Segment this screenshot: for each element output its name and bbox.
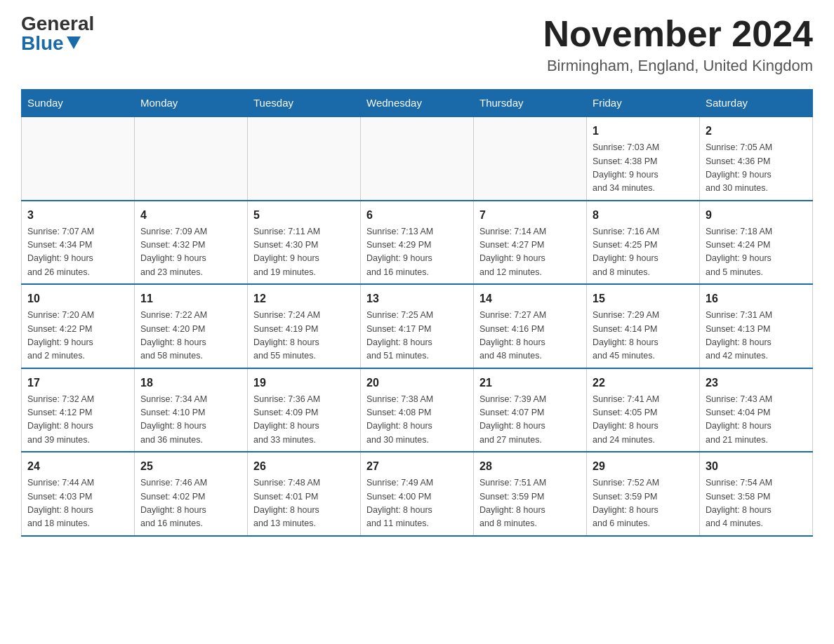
day-number: 1 [593,123,694,140]
day-number: 19 [253,375,355,391]
day-info: Sunrise: 7:31 AMSunset: 4:13 PMDaylight:… [706,309,807,363]
day-cell [135,116,248,201]
day-cell: 6Sunrise: 7:13 AMSunset: 4:29 PMDaylight… [361,201,474,285]
day-cell: 7Sunrise: 7:14 AMSunset: 4:27 PMDaylight… [474,201,587,285]
day-info: Sunrise: 7:18 AMSunset: 4:24 PMDaylight:… [706,225,807,280]
day-number: 9 [706,207,807,224]
day-number: 10 [27,290,128,307]
week-row-3: 10Sunrise: 7:20 AMSunset: 4:22 PMDayligh… [22,284,813,368]
day-info: Sunrise: 7:43 AMSunset: 4:04 PMDaylight:… [706,393,807,448]
day-cell: 30Sunrise: 7:54 AMSunset: 3:58 PMDayligh… [700,452,813,536]
weekday-header-sunday: Sunday [22,90,135,117]
day-number: 27 [366,458,468,475]
logo-blue-text: Blue [21,34,81,53]
day-cell: 16Sunrise: 7:31 AMSunset: 4:13 PMDayligh… [700,284,813,368]
day-cell: 29Sunrise: 7:52 AMSunset: 3:59 PMDayligh… [587,452,700,536]
day-cell: 17Sunrise: 7:32 AMSunset: 4:12 PMDayligh… [22,368,135,452]
day-cell: 5Sunrise: 7:11 AMSunset: 4:30 PMDaylight… [248,201,361,285]
day-cell: 15Sunrise: 7:29 AMSunset: 4:14 PMDayligh… [587,284,700,368]
day-cell: 23Sunrise: 7:43 AMSunset: 4:04 PMDayligh… [700,368,813,452]
day-cell: 22Sunrise: 7:41 AMSunset: 4:05 PMDayligh… [587,368,700,452]
day-cell [474,116,587,201]
day-info: Sunrise: 7:05 AMSunset: 4:36 PMDaylight:… [706,141,807,196]
day-cell: 26Sunrise: 7:48 AMSunset: 4:01 PMDayligh… [248,452,361,536]
weekday-header-wednesday: Wednesday [361,90,474,117]
day-number: 30 [706,458,807,475]
weekday-header-row: SundayMondayTuesdayWednesdayThursdayFrid… [22,90,813,117]
day-cell: 1Sunrise: 7:03 AMSunset: 4:38 PMDaylight… [587,116,700,201]
day-info: Sunrise: 7:54 AMSunset: 3:58 PMDaylight:… [706,476,807,531]
day-cell: 14Sunrise: 7:27 AMSunset: 4:16 PMDayligh… [474,284,587,368]
day-info: Sunrise: 7:51 AMSunset: 3:59 PMDaylight:… [479,476,581,531]
day-cell: 13Sunrise: 7:25 AMSunset: 4:17 PMDayligh… [361,284,474,368]
weekday-header-saturday: Saturday [700,90,813,117]
day-info: Sunrise: 7:36 AMSunset: 4:09 PMDaylight:… [253,393,355,448]
logo-triangle-icon [67,36,81,49]
day-info: Sunrise: 7:22 AMSunset: 4:20 PMDaylight:… [140,309,241,363]
day-cell: 25Sunrise: 7:46 AMSunset: 4:02 PMDayligh… [135,452,248,536]
day-info: Sunrise: 7:24 AMSunset: 4:19 PMDaylight:… [253,309,355,363]
day-number: 23 [706,375,807,391]
day-info: Sunrise: 7:20 AMSunset: 4:22 PMDaylight:… [27,309,128,363]
day-number: 6 [366,207,468,224]
day-number: 25 [140,458,241,475]
day-cell: 20Sunrise: 7:38 AMSunset: 4:08 PMDayligh… [361,368,474,452]
day-number: 3 [27,207,128,224]
day-number: 15 [593,290,694,307]
day-number: 24 [27,458,128,475]
day-info: Sunrise: 7:27 AMSunset: 4:16 PMDaylight:… [479,309,581,363]
logo-general-text: General [21,14,94,34]
day-info: Sunrise: 7:34 AMSunset: 4:10 PMDaylight:… [140,393,241,448]
day-cell: 4Sunrise: 7:09 AMSunset: 4:32 PMDaylight… [135,201,248,285]
weekday-header-thursday: Thursday [474,90,587,117]
day-info: Sunrise: 7:03 AMSunset: 4:38 PMDaylight:… [593,141,694,196]
day-info: Sunrise: 7:32 AMSunset: 4:12 PMDaylight:… [27,393,128,448]
page-header: General Blue November 2024 Birmingham, E… [21,14,813,75]
day-number: 16 [706,290,807,307]
day-number: 7 [479,207,581,224]
day-cell: 19Sunrise: 7:36 AMSunset: 4:09 PMDayligh… [248,368,361,452]
day-number: 29 [593,458,694,475]
day-number: 22 [593,375,694,391]
week-row-5: 24Sunrise: 7:44 AMSunset: 4:03 PMDayligh… [22,452,813,536]
day-number: 14 [479,290,581,307]
day-info: Sunrise: 7:25 AMSunset: 4:17 PMDaylight:… [366,309,468,363]
day-cell [248,116,361,201]
day-number: 28 [479,458,581,475]
day-info: Sunrise: 7:49 AMSunset: 4:00 PMDaylight:… [366,476,468,531]
day-info: Sunrise: 7:44 AMSunset: 4:03 PMDaylight:… [27,476,128,531]
week-row-1: 1Sunrise: 7:03 AMSunset: 4:38 PMDaylight… [22,116,813,201]
day-number: 13 [366,290,468,307]
day-info: Sunrise: 7:46 AMSunset: 4:02 PMDaylight:… [140,476,241,531]
day-cell [22,116,135,201]
day-info: Sunrise: 7:11 AMSunset: 4:30 PMDaylight:… [253,225,355,280]
title-block: November 2024 Birmingham, England, Unite… [543,14,813,75]
day-cell: 27Sunrise: 7:49 AMSunset: 4:00 PMDayligh… [361,452,474,536]
week-row-2: 3Sunrise: 7:07 AMSunset: 4:34 PMDaylight… [22,201,813,285]
day-info: Sunrise: 7:07 AMSunset: 4:34 PMDaylight:… [27,225,128,280]
day-number: 4 [140,207,241,224]
day-number: 26 [253,458,355,475]
day-cell: 11Sunrise: 7:22 AMSunset: 4:20 PMDayligh… [135,284,248,368]
day-cell: 9Sunrise: 7:18 AMSunset: 4:24 PMDaylight… [700,201,813,285]
day-cell: 2Sunrise: 7:05 AMSunset: 4:36 PMDaylight… [700,116,813,201]
weekday-header-monday: Monday [135,90,248,117]
day-number: 8 [593,207,694,224]
day-cell: 8Sunrise: 7:16 AMSunset: 4:25 PMDaylight… [587,201,700,285]
day-number: 17 [27,375,128,391]
day-cell: 10Sunrise: 7:20 AMSunset: 4:22 PMDayligh… [22,284,135,368]
day-cell: 3Sunrise: 7:07 AMSunset: 4:34 PMDaylight… [22,201,135,285]
day-info: Sunrise: 7:09 AMSunset: 4:32 PMDaylight:… [140,225,241,280]
day-info: Sunrise: 7:48 AMSunset: 4:01 PMDaylight:… [253,476,355,531]
calendar-table: SundayMondayTuesdayWednesdayThursdayFrid… [21,89,813,537]
day-number: 12 [253,290,355,307]
day-info: Sunrise: 7:13 AMSunset: 4:29 PMDaylight:… [366,225,468,280]
day-info: Sunrise: 7:14 AMSunset: 4:27 PMDaylight:… [479,225,581,280]
day-number: 18 [140,375,241,391]
day-info: Sunrise: 7:39 AMSunset: 4:07 PMDaylight:… [479,393,581,448]
day-info: Sunrise: 7:16 AMSunset: 4:25 PMDaylight:… [593,225,694,280]
day-cell: 21Sunrise: 7:39 AMSunset: 4:07 PMDayligh… [474,368,587,452]
day-cell: 12Sunrise: 7:24 AMSunset: 4:19 PMDayligh… [248,284,361,368]
location-title: Birmingham, England, United Kingdom [543,57,813,75]
month-title: November 2024 [543,14,813,54]
